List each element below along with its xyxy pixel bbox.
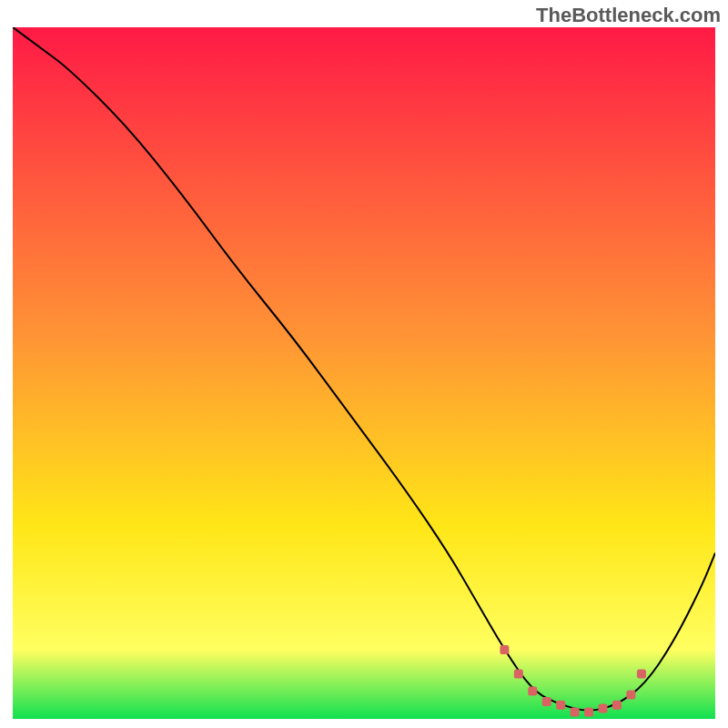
optimal-marker [612, 701, 622, 710]
watermark-text: TheBottleneck.com [536, 4, 721, 27]
optimal-marker [542, 697, 551, 706]
optimal-marker [528, 687, 537, 696]
optimal-marker [556, 701, 565, 710]
optimal-marker [626, 690, 635, 699]
chart-background [13, 27, 715, 719]
optimal-marker [514, 670, 523, 679]
optimal-marker [500, 645, 509, 654]
optimal-marker [584, 707, 593, 716]
optimal-marker [637, 670, 646, 679]
bottleneck-chart [13, 27, 715, 719]
optimal-marker [571, 707, 580, 716]
optimal-marker [598, 704, 607, 713]
